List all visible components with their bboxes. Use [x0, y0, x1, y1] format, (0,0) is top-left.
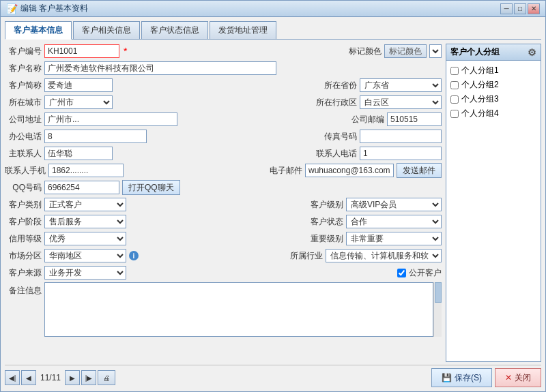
public-checkbox[interactable] [397, 269, 406, 277]
close-icon: ✕ [505, 373, 512, 382]
address-input[interactable] [44, 112, 177, 126]
market-select[interactable]: 华南地区 [44, 249, 126, 262]
cust-type-label: 客户类别 [5, 199, 42, 211]
sidebar-item-group3: 个人分组3 [449, 92, 538, 106]
main-window: 📝 编辑 客户基本资料 ─ □ ✕ 客户基本信息 客户相关信息 客户状态信息 发… [0, 0, 546, 392]
customer-id-input[interactable] [44, 44, 119, 58]
nav-first-button[interactable]: ◀| [5, 370, 20, 385]
sidebar-header: 客户个人分组 ⚙ [446, 44, 541, 61]
contact-phone-label: 联系人电话 [316, 148, 357, 160]
window-controls: ─ □ ✕ [500, 3, 540, 14]
window-close-button[interactable]: ✕ [528, 3, 540, 14]
contact-phone-input[interactable] [360, 147, 442, 160]
row-customer-id: 客户编号 * 标记颜色 标记颜色 [5, 44, 442, 59]
bottom-bar: ◀| ◀ 11/11 ▶ |▶ 🖨 💾 保存(S) ✕ 关闭 [5, 365, 541, 387]
importance-label: 重要级别 [311, 233, 343, 245]
navigation-buttons: ◀| ◀ 11/11 ▶ |▶ 🖨 [5, 370, 115, 385]
office-phone-input[interactable] [44, 130, 147, 143]
postcode-input[interactable] [387, 112, 442, 126]
cust-stage-label: 客户阶段 [5, 216, 42, 228]
cust-type-select[interactable]: 正式客户 [44, 198, 126, 211]
qq-label: QQ号码 [5, 182, 42, 194]
office-phone-label: 办公电话 [5, 131, 42, 142]
mobile-label: 联系人手机 [5, 165, 46, 177]
page-info: 11/11 [40, 373, 61, 382]
customer-name-input[interactable] [44, 61, 276, 75]
row-qq: QQ号码 打开QQ聊天 [5, 180, 442, 195]
district-select[interactable]: 白云区 [360, 95, 442, 109]
row-credit-importance: 信用等级 优秀 重要级别 非常重要 [5, 231, 442, 246]
qq-input[interactable] [44, 181, 119, 194]
send-email-button[interactable]: 发送邮件 [397, 163, 442, 178]
row-memo: 备注信息 [5, 282, 442, 362]
tab-status-info[interactable]: 客户状态信息 [141, 21, 208, 39]
customer-id-required: * [124, 46, 127, 57]
postcode-label: 公司邮编 [351, 114, 384, 125]
tag-color-select[interactable] [429, 44, 442, 58]
nav-next-button[interactable]: ▶ [65, 370, 80, 385]
source-select[interactable]: 业务开发 [44, 266, 126, 280]
cust-status-label: 客户状态 [311, 216, 343, 228]
group1-checkbox[interactable] [450, 67, 459, 75]
memo-scroll-thumb[interactable] [435, 282, 442, 303]
importance-select[interactable]: 非常重要 [346, 232, 442, 245]
title-bar: 📝 编辑 客户基本资料 ─ □ ✕ [1, 1, 545, 17]
row-customer-name: 客户名称 [5, 61, 442, 76]
city-select[interactable]: 广州市 [44, 95, 113, 109]
cust-level-label: 客户级别 [311, 199, 343, 211]
window-title: 编辑 客户基本资料 [20, 3, 500, 14]
close-button[interactable]: ✕ 关闭 [495, 368, 541, 387]
group3-label: 个人分组3 [461, 93, 499, 105]
group2-label: 个人分组2 [461, 79, 499, 91]
customer-short-input[interactable] [44, 78, 113, 92]
city-label: 所在城市 [5, 97, 42, 108]
sidebar-groups: 个人分组1 个人分组2 个人分组3 个人分组4 [446, 61, 541, 361]
fax-input[interactable] [360, 130, 442, 143]
memo-scrollbar[interactable] [433, 282, 442, 337]
sidebar-tool-icon[interactable]: ⚙ [528, 47, 536, 58]
nav-prev-button[interactable]: ◀ [21, 370, 36, 385]
credit-select[interactable]: 优秀 [44, 232, 126, 245]
mobile-input[interactable] [48, 164, 124, 177]
personal-group-sidebar: 客户个人分组 ⚙ 个人分组1 个人分组2 个人分组3 [446, 44, 541, 362]
row-short-province: 客户简称 所在省份 广东省 [5, 78, 442, 93]
cust-status-select[interactable]: 合作 [346, 215, 442, 228]
contact-input[interactable] [44, 147, 113, 160]
group3-checkbox[interactable] [450, 95, 459, 104]
industry-select[interactable]: 信息传输、计算机服务和软件业 [326, 249, 442, 262]
qq-chat-button[interactable]: 打开QQ聊天 [122, 180, 180, 195]
memo-label: 备注信息 [5, 282, 42, 297]
customer-name-label: 客户名称 [5, 63, 42, 74]
row-stage-status: 客户阶段 售后服务 客户状态 合作 [5, 214, 442, 229]
content-area: 客户基本信息 客户相关信息 客户状态信息 发货地址管理 客户编号 * 标记颜色 … [1, 17, 545, 391]
print-button[interactable]: 🖨 [98, 370, 115, 385]
minimize-button[interactable]: ─ [500, 3, 513, 14]
province-label: 所在省份 [319, 80, 357, 91]
cust-level-select[interactable]: 高级VIP会员 [346, 198, 442, 211]
form-area: 客户编号 * 标记颜色 标记颜色 客户名称 客户简称 [5, 44, 442, 362]
sidebar-item-group2: 个人分组2 [449, 78, 538, 92]
action-buttons: 💾 保存(S) ✕ 关闭 [431, 368, 541, 387]
memo-textarea[interactable] [44, 282, 433, 337]
nav-last-button[interactable]: |▶ [81, 370, 96, 385]
market-label: 市场分区 [5, 250, 42, 262]
sidebar-item-group4: 个人分组4 [449, 106, 538, 121]
tab-related-info[interactable]: 客户相关信息 [73, 21, 140, 39]
tab-basic-info[interactable]: 客户基本信息 [5, 21, 72, 40]
email-input[interactable] [305, 164, 394, 177]
info-icon[interactable]: i [129, 251, 139, 260]
province-select[interactable]: 广东省 [360, 78, 442, 92]
sidebar-title: 客户个人分组 [450, 46, 500, 58]
row-market-industry: 市场分区 华南地区 i 所属行业 信息传输、计算机服务和软件业 [5, 248, 442, 263]
group4-checkbox[interactable] [450, 110, 459, 118]
save-button[interactable]: 💾 保存(S) [431, 368, 492, 387]
cust-stage-select[interactable]: 售后服务 [44, 215, 126, 228]
save-icon: 💾 [442, 373, 452, 382]
tab-address-mgmt[interactable]: 发货地址管理 [210, 21, 276, 39]
email-label: 电子邮件 [270, 165, 302, 177]
maximize-button[interactable]: □ [514, 3, 526, 14]
tag-color-label: 标记颜色 [349, 46, 382, 57]
group2-checkbox[interactable] [450, 81, 459, 89]
sidebar-item-group1: 个人分组1 [449, 63, 538, 78]
public-checkbox-row: 公开客户 [397, 267, 442, 279]
